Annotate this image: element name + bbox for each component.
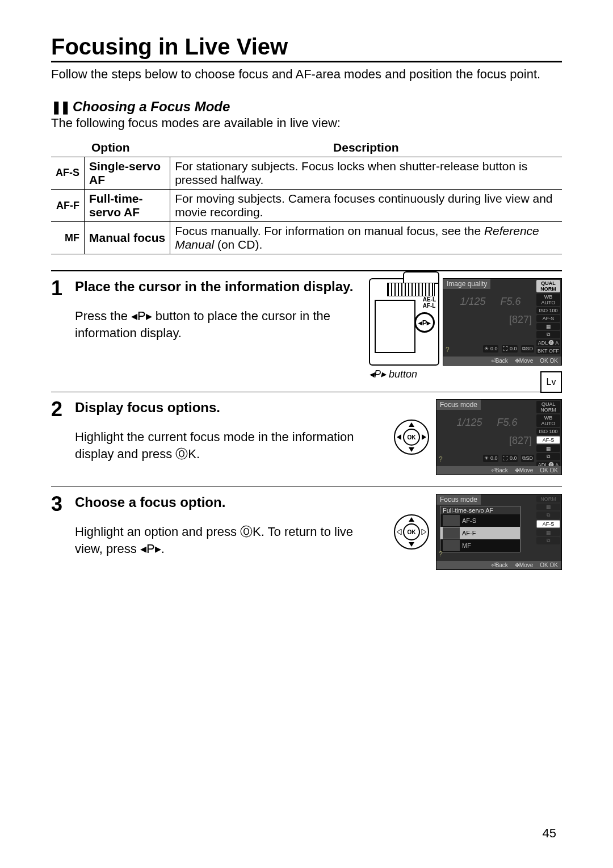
side-pill: ⧉: [536, 453, 560, 460]
focus-modes-table: Option Description AF-S Single-servo AF …: [51, 139, 562, 255]
info-button-icon: ◂P▸: [140, 542, 161, 556]
side-pill: ISO 100: [536, 428, 560, 435]
side-pill: WB AUTO: [536, 293, 560, 306]
help-icon: ?: [439, 550, 443, 558]
foot-back: ⏎Back: [491, 358, 508, 364]
side-pill: AF-S: [536, 315, 560, 322]
page-number: 45: [543, 826, 556, 841]
mode-icon: AF-S: [51, 157, 85, 189]
info-display: Image quality 1/125 F5.6 [827] QUAL NORM…: [443, 278, 562, 366]
aperture-value: F5.6: [501, 296, 521, 308]
table-row: AF-F Full-time- servo AF For moving subj…: [51, 189, 562, 221]
step-title: Display focus options.: [75, 399, 384, 416]
shutter-value: 1/125: [460, 296, 485, 308]
section-marker: ❚❚: [51, 100, 69, 115]
table-row: MF Manual focus Focus manually. For info…: [51, 222, 562, 254]
th-option: Option: [51, 139, 170, 157]
side-pill: ISO 100: [536, 307, 560, 314]
side-pill: QUAL NORM: [536, 401, 560, 413]
side-pill: QUAL NORM: [536, 280, 560, 292]
list-item: AF-S: [440, 514, 520, 527]
info-button-icon: ◂P▸: [369, 368, 386, 380]
foot-ok: OK OK: [540, 358, 558, 364]
side-pill: WB AUTO: [536, 414, 560, 427]
step-3: 3 Choose a focus option. Highlight an op…: [51, 487, 562, 581]
mode-name: Full-time- servo AF: [85, 189, 170, 221]
step-body: Highlight an option and press ⓄK. To ret…: [75, 523, 384, 557]
step-body: Press the ◂P▸ button to place the cursor…: [75, 308, 361, 341]
section-lead: The following focus modes are available …: [51, 116, 562, 131]
ok-button-icon: ⓄK: [175, 447, 196, 461]
aperture-value: F5.6: [497, 417, 518, 429]
mode-icon: MF: [51, 222, 85, 254]
intro-text: Follow the steps below to choose focus a…: [51, 66, 562, 83]
step-body: Highlight the current focus mode in the …: [75, 429, 384, 462]
ok-button-icon: ⓄK: [240, 525, 261, 539]
step-title: Choose a focus option.: [75, 494, 384, 511]
focus-mode-menu: Full-time-servo AF AF-S AF-F MF: [440, 506, 520, 552]
multiselector-ok-icon: OK: [392, 514, 431, 550]
svg-text:OK: OK: [408, 529, 417, 535]
side-pill: AF-S: [536, 436, 560, 444]
exposures-remaining: [827]: [509, 435, 532, 447]
info-button-icon: ◂P▸: [414, 312, 435, 333]
svg-text:OK: OK: [408, 434, 417, 441]
step-1: 1 Place the cursor in the information di…: [51, 271, 562, 392]
side-pill: ▦: [536, 445, 560, 452]
list-item: MF: [440, 539, 520, 552]
menu-subtitle: Full-time-servo AF: [440, 506, 520, 514]
side-pill: ⧉: [536, 331, 560, 338]
help-icon: ?: [446, 346, 450, 354]
step-number: 1: [51, 278, 67, 380]
info-display: Focus mode 1/125 F5.6 [827] QUAL NORM WB…: [436, 399, 562, 475]
mode-desc: Focus manually. For information on manua…: [170, 222, 562, 254]
side-pill: BKT OFF: [536, 347, 560, 354]
exposures-remaining: [827]: [509, 314, 532, 326]
info-display-title: Focus mode: [436, 400, 481, 410]
help-icon: ?: [439, 455, 443, 463]
camera-info-illustration: AE-LAF-L ◂P▸ Image quality 1/125 F5.6 [8…: [369, 278, 562, 366]
live-view-tab-icon: Lv: [540, 371, 562, 393]
mode-icon: AF-F: [51, 189, 85, 221]
info-display-title: Focus mode: [436, 494, 481, 505]
step-number: 3: [51, 494, 67, 570]
illustration-caption: ◂P▸ button: [369, 368, 562, 380]
step-number: 2: [51, 399, 67, 475]
section-heading: Choosing a Focus Mode: [73, 99, 230, 115]
info-button-icon: ◂P▸: [131, 309, 152, 323]
mode-desc: For moving subjects. Camera focuses cont…: [170, 189, 562, 221]
side-pill: ADL 🅐 A: [536, 339, 560, 346]
info-display: Focus mode Full-time-servo AF AF-S AF-F …: [436, 494, 562, 570]
mode-desc: For stationary subjects. Focus locks whe…: [170, 157, 562, 189]
info-display-title: Image quality: [443, 279, 490, 289]
multiselector-ok-icon: OK: [392, 419, 431, 455]
table-row: AF-S Single-servo AF For stationary subj…: [51, 157, 562, 189]
list-item: AF-F: [440, 527, 520, 539]
camera-back-icon: AE-LAF-L ◂P▸: [369, 278, 439, 366]
step-2: 2 Display focus options. Highlight the c…: [51, 392, 562, 487]
page-title: Focusing in Live View: [51, 34, 562, 62]
step-title: Place the cursor in the information disp…: [75, 278, 361, 295]
mode-name: Manual focus: [85, 222, 170, 254]
mode-name: Single-servo AF: [85, 157, 170, 189]
foot-move: ✥Move: [515, 358, 533, 364]
shutter-value: 1/125: [456, 417, 482, 429]
side-pill: ▦: [536, 323, 560, 330]
th-description: Description: [170, 139, 562, 157]
side-pill: AF-S: [536, 520, 560, 528]
